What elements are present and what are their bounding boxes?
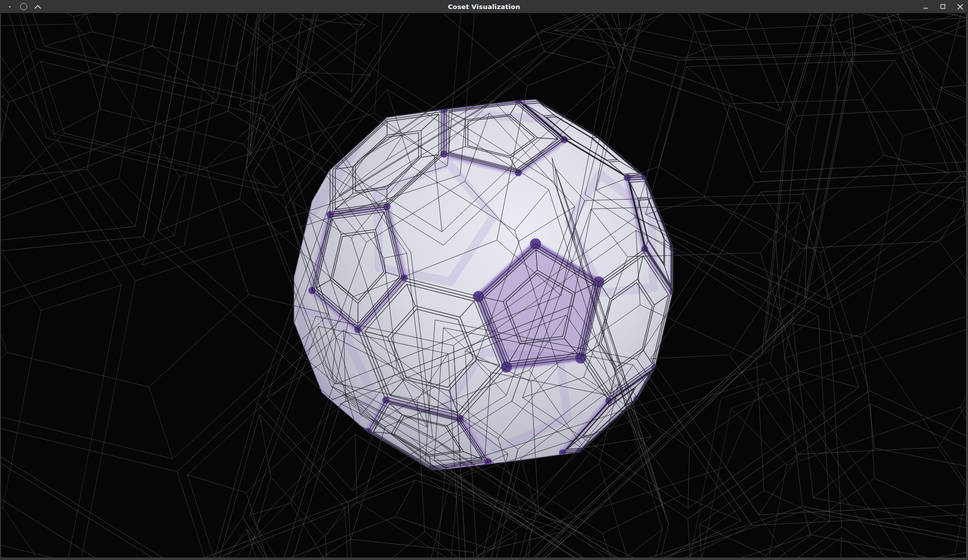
chevron-up-icon[interactable] [34, 2, 41, 11]
window-border-right[interactable] [966, 13, 968, 560]
minimize-button[interactable] [922, 2, 929, 11]
window-border-left[interactable] [0, 13, 1, 560]
window-border-bottom[interactable] [0, 557, 968, 560]
titlebar[interactable]: Coset Visualization [0, 0, 968, 13]
maximize-button[interactable] [939, 2, 946, 11]
close-button[interactable] [956, 2, 963, 11]
record-circle-icon[interactable] [20, 2, 27, 11]
app-window: Coset Visualization [0, 0, 968, 560]
titlebar-right-buttons [922, 0, 963, 13]
window-title: Coset Visualization [0, 3, 968, 11]
titlebar-left-icons [6, 0, 41, 13]
viewport-canvas[interactable] [0, 0, 968, 560]
app-menu-dot-icon[interactable] [6, 2, 13, 11]
